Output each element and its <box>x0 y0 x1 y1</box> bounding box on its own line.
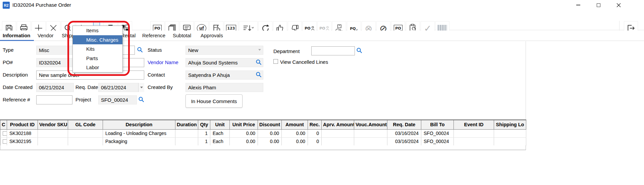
vendor-search-icon[interactable] <box>256 59 262 65</box>
cell-rec[interactable]: 0 <box>308 137 322 145</box>
cell-aprv-amount[interactable] <box>322 137 354 145</box>
tab-information[interactable]: Information <box>0 31 34 41</box>
cell-bill-to[interactable]: SFO_00024 <box>421 129 454 137</box>
cell-product-id[interactable]: SK302195 <box>7 137 38 145</box>
project-field[interactable]: SFO_00024 <box>98 95 137 104</box>
col-header-gl-code[interactable]: GL Code <box>68 120 103 129</box>
row-checkbox[interactable] <box>3 139 7 144</box>
row-checkbox-cell[interactable] <box>0 129 7 137</box>
vendor-name-field[interactable]: Ahuja Sound Systems <box>185 58 263 67</box>
description-label: Description <box>3 72 28 78</box>
table-row: SK302188 Loading - Unloading Charges 1 E… <box>0 129 526 137</box>
cell-description[interactable]: Packaging <box>103 137 175 145</box>
col-header-vendor-sku[interactable]: Vendor SKU <box>38 120 68 129</box>
col-header-aprv-amount[interactable]: Aprv. Amount <box>322 120 354 129</box>
cell-amount[interactable]: 0.00 <box>282 129 308 137</box>
reference-field[interactable] <box>36 95 72 104</box>
col-header-discount[interactable]: Discount <box>258 120 282 129</box>
col-header-checkbox[interactable]: C <box>0 120 7 129</box>
cell-discount[interactable]: 0.00 <box>258 137 282 145</box>
col-header-duration[interactable]: Duration <box>175 120 198 129</box>
status-field[interactable]: New <box>185 46 263 55</box>
contact-search-icon[interactable] <box>256 72 262 78</box>
col-header-event-id[interactable]: Event ID <box>454 120 494 129</box>
tab-vendor[interactable]: Vendor <box>38 31 54 41</box>
view-cancelled-lines-checkbox[interactable] <box>273 59 278 64</box>
cell-vendor-sku[interactable] <box>38 129 68 137</box>
cell-duration[interactable] <box>175 137 198 145</box>
person-icon <box>311 26 315 31</box>
cell-amount[interactable]: 0.00 <box>282 137 308 145</box>
department-search-icon[interactable] <box>356 47 362 53</box>
cell-event-id[interactable] <box>454 137 494 145</box>
cell-product-id[interactable]: SK302188 <box>7 129 38 137</box>
tab-subtotal[interactable]: Subtotal <box>173 31 191 41</box>
menu-item-items[interactable]: Items <box>73 26 122 35</box>
col-header-bill-to[interactable]: Bill To <box>421 120 454 129</box>
minimize-button[interactable] <box>569 0 588 10</box>
cell-qty[interactable]: 1 <box>198 129 210 137</box>
project-search-icon[interactable] <box>138 96 144 102</box>
cell-bill-to[interactable]: SFO_00024 <box>421 137 454 145</box>
col-header-unit-price[interactable]: Unit Price <box>230 120 258 129</box>
cell-req-date[interactable]: 03/16/2024 <box>387 129 421 137</box>
cell-duration[interactable] <box>175 129 198 137</box>
lookup-search-icon[interactable] <box>137 47 143 53</box>
cell-shipping[interactable] <box>494 137 526 145</box>
col-header-unit[interactable]: Unit <box>210 120 230 129</box>
tab-approvals[interactable]: Approvals <box>201 31 223 41</box>
po-number-label: PO# <box>3 59 13 65</box>
cell-vouc-amount[interactable] <box>354 129 387 137</box>
req-date-field[interactable]: 06/21/2024 <box>98 83 144 92</box>
cell-rec[interactable]: 0 <box>308 129 322 137</box>
grid-header-row: C Product ID Vendor SKU GL Code Descript… <box>0 120 526 129</box>
req-date-dropdown-button[interactable] <box>138 83 144 92</box>
cell-unit[interactable]: Each <box>210 137 230 145</box>
department-field[interactable] <box>311 46 355 55</box>
row-checkbox[interactable] <box>3 131 7 136</box>
cell-aprv-amount[interactable] <box>322 129 354 137</box>
contact-field[interactable]: Satyendra P Ahuja <box>185 71 263 80</box>
maximize-button[interactable] <box>589 0 608 10</box>
cell-vouc-amount[interactable] <box>354 137 387 145</box>
cell-qty[interactable]: 1 <box>198 137 210 145</box>
col-header-product-id[interactable]: Product ID <box>7 120 38 129</box>
menu-item-misc-charges[interactable]: Misc. Charges <box>73 35 122 45</box>
cell-event-id[interactable] <box>454 129 494 137</box>
col-header-amount[interactable]: Amount <box>282 120 308 129</box>
col-header-shipping[interactable]: Shipping Lo <box>494 120 526 129</box>
add-item-dropdown-menu: Items Misc. Charges Kits Parts Labor <box>72 26 123 73</box>
cell-description[interactable]: Loading - Unloading Charges <box>103 129 175 137</box>
window-title: ID320204 Purchase Order <box>12 2 71 8</box>
menu-item-labor[interactable]: Labor <box>73 63 122 72</box>
col-header-rec[interactable]: Rec. <box>308 120 322 129</box>
contact-label: Contact <box>148 72 165 78</box>
created-by-field[interactable]: Alexis Pham <box>185 83 263 92</box>
cell-vendor-sku[interactable] <box>38 137 68 145</box>
cell-req-date[interactable]: 03/16/2024 <box>387 137 421 145</box>
po-number-field[interactable]: ID320204 <box>36 58 74 67</box>
close-button[interactable] <box>609 0 628 10</box>
col-header-req-date[interactable]: Req. Date <box>387 120 421 129</box>
col-header-vouc-amount[interactable]: Vouc.Amount <box>354 120 387 129</box>
row-checkbox-cell[interactable] <box>0 137 7 145</box>
date-created-field[interactable]: 06/21/2024 <box>36 83 74 92</box>
vendor-name-label[interactable]: Vendor Name <box>148 59 178 65</box>
col-header-qty[interactable]: Qty <box>198 120 210 129</box>
cell-shipping[interactable] <box>494 129 526 137</box>
menu-item-parts[interactable]: Parts <box>73 54 122 63</box>
in-house-comments-button[interactable]: In House Comments <box>185 94 243 108</box>
cell-unit-price[interactable]: 0.00 <box>230 137 258 145</box>
status-chevron-icon[interactable] <box>258 49 261 51</box>
cell-unit[interactable]: Each <box>210 129 230 137</box>
tab-reference[interactable]: Reference <box>142 31 165 41</box>
cell-gl-code[interactable] <box>68 129 103 137</box>
col-header-description[interactable]: Description <box>103 120 175 129</box>
cell-discount[interactable]: 0.00 <box>258 129 282 137</box>
project-label: Project <box>75 97 91 102</box>
type-field[interactable]: Misc <box>36 46 74 55</box>
menu-item-kits[interactable]: Kits <box>73 44 122 54</box>
cell-unit-price[interactable]: 0.00 <box>230 129 258 137</box>
cell-gl-code[interactable] <box>68 137 103 145</box>
created-by-label: Created By <box>148 84 173 90</box>
